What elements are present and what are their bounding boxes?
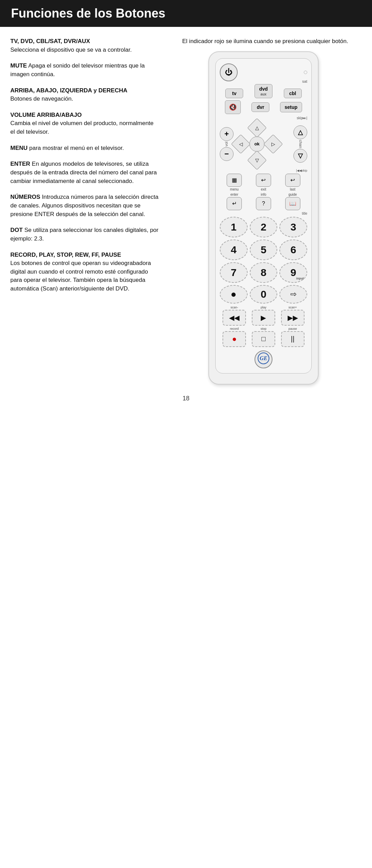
record-group: record ●	[223, 327, 246, 347]
num-2-button[interactable]: 2	[250, 217, 278, 237]
annotation-menu-text: para mostrar el menú en el televisor.	[29, 145, 124, 151]
pause-group: pause ||	[281, 327, 304, 347]
chan-down-button[interactable]: ▽	[293, 149, 307, 163]
tv-button[interactable]: tv	[225, 89, 243, 98]
nav-grid: △ ◁ ok ▷ ▽	[234, 121, 293, 167]
play-button[interactable]: ▶	[252, 310, 275, 326]
annotation-volume-label: VOLUME ARRIBA/ABAJO	[10, 112, 82, 118]
annotation-tv-dvd-label: TV, DVD, CBL/SAT, DVR/AUX	[10, 38, 90, 44]
number-pad: 1 2 3 4 5 6 7 8 9 input	[220, 217, 307, 283]
dot-symbol: ●	[231, 289, 237, 300]
num-0-button[interactable]: 0	[250, 285, 278, 304]
guide-item-group: guide 📖	[285, 193, 300, 210]
annotation-volume: VOLUME ARRIBA/ABAJO Cambia el nivel de v…	[10, 111, 158, 136]
num-6-button[interactable]: 6	[279, 239, 307, 260]
dot-zero-input-row: ● 0 ⇨	[220, 285, 307, 304]
num-4-button[interactable]: 4	[220, 239, 248, 260]
annotation-nav-label: ARRIBA, ABAJO, IZQUIERDA y DERECHA	[10, 87, 127, 94]
nav-down-button[interactable]: ▽	[247, 150, 267, 170]
guide-label: guide	[288, 193, 297, 196]
red-indicator-dot	[304, 71, 307, 74]
num-5-button[interactable]: 5	[250, 239, 278, 260]
ff-icon: ▶▶	[288, 314, 298, 322]
num-9-digit: 9	[290, 267, 296, 278]
input-button[interactable]: ⇨	[279, 285, 307, 304]
ok-button[interactable]: ok	[249, 136, 265, 152]
record-icon: ●	[232, 335, 237, 344]
annotation-menu: MENU para mostrar el menú en el televiso…	[10, 144, 158, 153]
vol-label: vol	[224, 142, 228, 146]
last-label: last	[290, 187, 296, 191]
annotation-menu-label: MENU	[10, 145, 28, 151]
enter-icon: ↵	[232, 200, 237, 207]
last-item-group: ↩ last	[285, 174, 300, 191]
num-8-button[interactable]: 8	[250, 262, 278, 283]
input-icon: ⇨	[290, 290, 297, 299]
num-1-button[interactable]: 1	[220, 217, 248, 237]
annotation-mute: MUTE Apaga el sonido del televisor mient…	[10, 62, 158, 79]
setup-button[interactable]: setup	[280, 102, 302, 112]
record-button[interactable]: ●	[223, 331, 246, 347]
annotation-dot-label: DOT	[10, 227, 23, 233]
num-7-button[interactable]: 7	[220, 262, 248, 283]
info-button[interactable]: ?	[256, 197, 271, 210]
guide-button[interactable]: 📖	[285, 197, 300, 210]
enter-button[interactable]: ↵	[227, 197, 242, 210]
stop-button[interactable]: □	[252, 331, 275, 347]
rewind-button[interactable]: ◀◀	[223, 310, 246, 326]
nav-area: + vol − △ ◁ ok ▷ ▽ △ cha	[220, 121, 307, 167]
scan-row: scan- ◀◀ play ▶ scan+ ▶▶	[220, 306, 307, 326]
menu-button[interactable]: ▦	[227, 174, 242, 187]
ge-logo-text: GE	[257, 352, 270, 366]
power-button[interactable]: ⏻	[220, 63, 238, 81]
annotation-tv-dvd: TV, DVD, CBL/SAT, DVR/AUX Selecciona el …	[10, 37, 158, 54]
last-icon: ↩	[290, 177, 295, 183]
info-item-group: info ?	[256, 193, 271, 210]
annotation-dot-text: Se utiliza para seleccionar los canales …	[10, 227, 158, 242]
mute-dvr-row: 🔇 dvr setup	[220, 100, 307, 114]
ge-logo: GE	[255, 350, 272, 368]
power-icon: ⏻	[225, 68, 232, 77]
num-3-button[interactable]: 3	[279, 217, 307, 237]
nav-left-button[interactable]: ◁	[231, 134, 251, 154]
cbl-button[interactable]: cbl	[284, 89, 302, 98]
menu-exit-last-row: ▦ menu ↩ exit ↩ last	[220, 174, 307, 191]
input-sub-label: input	[296, 277, 304, 280]
last-button[interactable]: ↩	[285, 174, 300, 187]
info-label: info	[261, 193, 266, 196]
pause-icon: ||	[291, 335, 294, 343]
volume-up-button[interactable]: +	[220, 127, 234, 141]
play-icon: ▶	[261, 314, 266, 322]
annotation-record-text: Los botones de control que operan su vid…	[10, 260, 151, 292]
dot-button[interactable]: ●	[220, 285, 248, 304]
annotation-enter-text: En algunos modelos de televisores, se ut…	[10, 161, 157, 184]
dvr-button[interactable]: dvr	[251, 102, 269, 112]
pause-button[interactable]: ||	[281, 331, 304, 347]
enter-info-guide-row: enter ↵ info ? guide 📖	[220, 193, 307, 210]
num-9-button[interactable]: 9 input	[279, 262, 307, 283]
volume-down-button[interactable]: −	[220, 147, 234, 161]
nav-down-icon: ▽	[255, 157, 259, 163]
annotation-nav-text: Botones de navegación.	[10, 95, 73, 102]
ff-button[interactable]: ▶▶	[281, 310, 304, 326]
right-column: El indicador rojo se ilumina cuando se p…	[165, 37, 362, 385]
enter-label: enter	[230, 193, 238, 196]
nav-right-icon: ▷	[271, 141, 275, 147]
menu-label: menu	[230, 187, 239, 191]
annotation-record-label: RECORD, PLAY, STOP, REW, FF, PAUSE	[10, 252, 121, 258]
page-number: 18	[0, 395, 372, 412]
annotation-volume-text: Cambia el nivel de volumen del producto,…	[10, 120, 154, 135]
left-column: TV, DVD, CBL/SAT, DVR/AUX Selecciona el …	[10, 37, 158, 385]
chan-up-button[interactable]: △	[293, 125, 307, 139]
dvd-label: dvd	[259, 86, 268, 92]
nav-left-icon: ◁	[239, 141, 243, 147]
nav-right-button[interactable]: ▷	[264, 134, 283, 154]
annotation-enter: ENTER En algunos modelos de televisores,…	[10, 160, 158, 185]
nav-up-button[interactable]: △	[247, 118, 267, 137]
mute-button[interactable]: 🔇	[225, 100, 241, 114]
exit-button[interactable]: ↩	[256, 174, 271, 187]
dvd-button[interactable]: dvd aux	[255, 84, 272, 98]
record-label: record	[230, 327, 239, 330]
ge-logo-svg: GE	[257, 352, 270, 365]
page-title: Funciones de los Botones	[11, 6, 361, 21]
